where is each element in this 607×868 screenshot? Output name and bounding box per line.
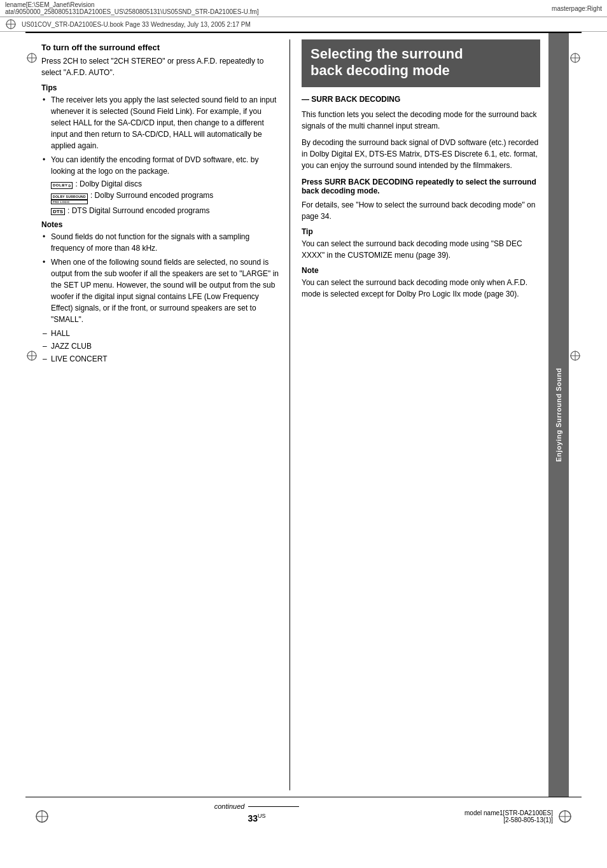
tip-label-right: Tip — [302, 227, 540, 236]
notes-label: Notes — [41, 220, 280, 229]
continued-line — [248, 806, 299, 807]
left-column: To turn off the surround effect Press 2C… — [38, 33, 290, 797]
crosshair-top-right-icon — [569, 52, 581, 64]
note-label-right: Note — [302, 266, 540, 275]
continued-row: continued — [214, 802, 300, 810]
dts-desc: : DTS Digital Surround encoded programs — [67, 206, 209, 215]
crosshair-top-left-icon — [26, 52, 38, 64]
dts-logo: DTS — [51, 208, 65, 215]
left-margin-marks — [25, 33, 38, 797]
header-path: lename[E:\SEM_Janet\Revision ata\9050000… — [5, 1, 259, 15]
footer-left — [35, 809, 49, 823]
footer-center: continued 33US — [214, 802, 300, 823]
dash-item-jazz: JAZZ CLUB — [41, 340, 280, 352]
model-info-line2: [2-580-805-13(1)] — [464, 816, 553, 823]
page-number-row: 33US — [248, 813, 265, 823]
crosshair-mid-right-icon — [569, 350, 581, 361]
highlight-title-line1: Selecting the surround — [310, 46, 531, 62]
tip-text-right: You can select the surround back decodin… — [302, 238, 540, 261]
dolby-surround-desc: : Dolby Surround encoded programs — [90, 191, 213, 200]
vertical-label: Enjoying Surround Sound — [555, 368, 562, 462]
tip-item-2: You can identify the encoding format of … — [41, 154, 280, 177]
highlight-box: Selecting the surround back decoding mod… — [302, 39, 540, 87]
surr-back-label: — SURR BACK DECODING — [302, 95, 540, 104]
right-column: Selecting the surround back decoding mod… — [290, 33, 569, 797]
subheader-bookinfo: US01COV_STR-DA2100ES-U.book Page 33 Wedn… — [22, 21, 251, 28]
crosshair-bottom-left-icon — [35, 809, 49, 823]
header-masterpage: masterpage:Right — [552, 5, 602, 12]
footer-right: model name1[STR-DA2100ES] [2-580-805-13(… — [464, 809, 572, 823]
vertical-sidebar: Enjoying Surround Sound — [548, 33, 569, 797]
note-item-1: Sound fields do not function for the sig… — [41, 231, 280, 254]
logo-items: DOLBY D : Dolby Digital discs DOLBY SURR… — [41, 179, 280, 215]
page-number: 33 — [248, 813, 258, 823]
logo-item-dts: DTS : DTS Digital Surround encoded progr… — [51, 206, 280, 215]
right-margin-marks — [569, 33, 582, 797]
section-title: To turn off the surround effect — [41, 43, 280, 52]
continued-label: continued — [214, 802, 245, 810]
logo-item-dolby-surround: DOLBY SURROUND PRO LOGIC : Dolby Surroun… — [51, 191, 280, 204]
tips-section: Tips The receiver lets you apply the las… — [41, 83, 280, 215]
section-body: Press 2CH to select "2CH STEREO" or pres… — [41, 55, 280, 78]
page-wrapper: lename[E:\SEM_Janet\Revision ata\9050000… — [0, 0, 607, 868]
intro-text: This function lets you select the decodi… — [302, 109, 540, 132]
crosshair-mid-left-icon — [26, 350, 38, 361]
highlight-title-line2: back decoding mode — [310, 62, 531, 79]
footer: continued 33US model name1[STR-DA2100ES]… — [0, 797, 607, 833]
crosshair-bottom-right-icon — [558, 809, 572, 823]
crosshair-left-icon — [5, 18, 17, 30]
note-item-2: When one of the following sound fields a… — [41, 256, 280, 325]
dolby-surround-logo: DOLBY SURROUND PRO LOGIC — [51, 193, 88, 204]
tips-label: Tips — [41, 83, 280, 92]
header-bar: lename[E:\SEM_Janet\Revision ata\9050000… — [0, 0, 607, 17]
notes-section: Notes Sound fields do not function for t… — [41, 220, 280, 365]
model-info-block: model name1[STR-DA2100ES] [2-580-805-13(… — [464, 809, 553, 823]
note-text-right: You can select the surround back decodin… — [302, 277, 540, 300]
for-details-text: For details, see "How to select the surr… — [302, 199, 540, 222]
body-text-dvd: By decoding the surround back signal of … — [302, 137, 540, 171]
dolby-digital-logo: DOLBY D — [51, 182, 73, 189]
sub-header: US01COV_STR-DA2100ES-U.book Page 33 Wedn… — [0, 17, 607, 32]
dolby-digital-desc: : Dolby Digital discs — [75, 179, 142, 188]
tip-item-1: The receiver lets you apply the last sel… — [41, 94, 280, 151]
page-number-sup: US — [258, 813, 266, 819]
turn-off-section: To turn off the surround effect Press 2C… — [41, 43, 280, 78]
dash-item-live: LIVE CONCERT — [41, 353, 280, 365]
press-instruction: Press SURR BACK DECODING repeatedly to s… — [302, 178, 540, 195]
dash-item-hall: HALL — [41, 328, 280, 339]
model-info-line1: model name1[STR-DA2100ES] — [464, 809, 553, 816]
logo-item-dolby-digital: DOLBY D : Dolby Digital discs — [51, 179, 280, 189]
